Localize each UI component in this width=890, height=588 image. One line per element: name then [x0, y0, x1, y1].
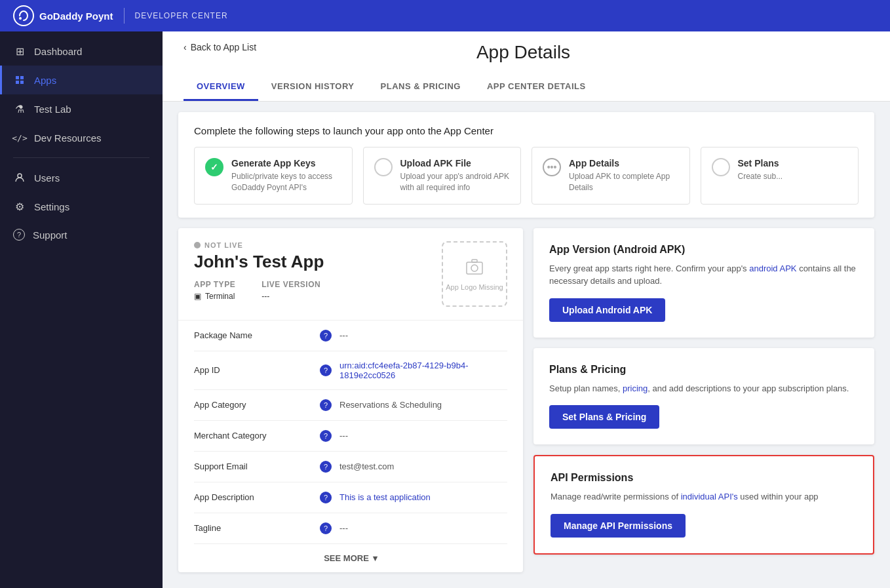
users-icon	[13, 171, 26, 184]
tagline-help-icon[interactable]: ?	[320, 522, 332, 534]
svg-point-2	[18, 174, 22, 178]
package-name-value: ---	[339, 330, 507, 340]
app-detail-panel: NOT LIVE John's Test App APP TYPE ▣ Term…	[178, 228, 523, 572]
app-logo-text: App Logo Missing	[446, 283, 503, 291]
step-generate-keys: ✓ Generate App Keys Public/private keys …	[194, 147, 353, 205]
back-chevron-icon: ‹	[184, 42, 187, 52]
sidebar-label-apps: Apps	[34, 75, 56, 86]
tab-app-center-details[interactable]: APP CENTER DETAILS	[474, 73, 599, 101]
tab-plans-pricing[interactable]: PLANS & PRICING	[368, 73, 474, 101]
dashboard-icon: ⊞	[13, 45, 26, 58]
step-3-name: App Details	[569, 158, 679, 168]
field-row-package-name: Package Name ? ---	[194, 321, 507, 351]
svg-rect-5	[472, 260, 477, 262]
step-2-content: Upload APK File Upload your app's androi…	[400, 158, 511, 193]
sidebar-label-dashboard: Dashboard	[34, 46, 82, 57]
nav-divider	[124, 8, 125, 24]
sidebar-item-testlab[interactable]: ⚗ Test Lab	[0, 94, 163, 123]
upload-android-apk-button[interactable]: Upload Android APK	[549, 298, 665, 322]
sidebar-label-settings: Settings	[34, 201, 69, 212]
sidebar-divider	[13, 157, 149, 158]
live-version-value: ---	[261, 292, 320, 301]
plans-card-desc: Setup plan names, pricing, and add descr…	[549, 382, 859, 395]
app-description-value: This is a test application	[339, 492, 507, 502]
svg-point-4	[471, 265, 478, 271]
steps-banner: Complete the following steps to launch y…	[178, 112, 874, 218]
step-upload-apk: Upload APK File Upload your app's androi…	[363, 147, 522, 205]
app-type-meta: APP TYPE ▣ Terminal	[194, 280, 235, 301]
app-meta: APP TYPE ▣ Terminal LIVE VERSION ---	[194, 280, 324, 301]
manage-api-permissions-button[interactable]: Manage API Permissions	[551, 514, 686, 538]
sidebar-item-users[interactable]: Users	[0, 163, 163, 192]
sidebar-item-support[interactable]: ? Support	[0, 221, 163, 248]
apk-card-desc: Every great app starts right here. Confi…	[549, 262, 859, 288]
status-dot-icon	[194, 242, 201, 248]
live-version-label: LIVE VERSION	[261, 280, 320, 289]
step-1-desc: Public/private keys to access GoDaddy Po…	[231, 171, 341, 193]
svg-point-0	[14, 6, 33, 26]
sidebar-label-users: Users	[34, 172, 60, 184]
tagline-value: ---	[339, 523, 507, 533]
apk-card-title: App Version (Android APK)	[549, 244, 859, 256]
steps-cards: ✓ Generate App Keys Public/private keys …	[194, 147, 859, 205]
plans-desc-link-pricing: pricing	[623, 383, 648, 393]
sidebar-item-settings[interactable]: ⚙ Settings	[0, 192, 163, 221]
merchant-category-help-icon[interactable]: ?	[320, 430, 332, 442]
step-3-content: App Details Upload APK to complete App D…	[569, 158, 679, 193]
sidebar-item-dashboard[interactable]: ⊞ Dashboard	[0, 37, 163, 66]
sidebar: ⊞ Dashboard Apps ⚗ Test Lab </> Dev Reso…	[0, 31, 163, 588]
step-inprogress-icon: •••	[543, 158, 561, 176]
sidebar-item-apps[interactable]: Apps	[0, 66, 163, 94]
api-permissions-title: API Permissions	[551, 472, 857, 484]
testlab-icon: ⚗	[13, 102, 26, 115]
step-2-desc: Upload your app's android APK with all r…	[400, 171, 511, 193]
apps-icon	[13, 73, 26, 87]
tabs-bar: OVERVIEW VERSION HISTORY PLANS & PRICING…	[184, 73, 869, 101]
field-row-merchant-category: Merchant Category ? ---	[194, 421, 507, 452]
svg-rect-3	[467, 262, 482, 274]
app-info: NOT LIVE John's Test App APP TYPE ▣ Term…	[194, 241, 324, 301]
brand-name: GoDaddy Poynt	[39, 10, 113, 22]
content-header: ‹ Back to App List App Details OVERVIEW …	[163, 31, 890, 102]
back-link-label: Back to App List	[191, 42, 256, 52]
app-id-help-icon[interactable]: ?	[320, 364, 332, 376]
step-set-plans: Set Plans Create sub...	[701, 147, 859, 205]
app-panel-header: NOT LIVE John's Test App APP TYPE ▣ Term…	[178, 228, 523, 321]
brand-logo: GoDaddy Poynt	[13, 5, 113, 26]
app-description-help-icon[interactable]: ?	[320, 492, 332, 503]
sidebar-item-devresources[interactable]: </> Dev Resources	[0, 123, 163, 152]
tagline-label: Tagline	[194, 523, 312, 533]
step-3-desc: Upload APK to complete App Details	[569, 171, 679, 193]
chevron-down-icon: ▾	[373, 553, 377, 563]
app-category-help-icon[interactable]: ?	[320, 399, 332, 411]
support-email-help-icon[interactable]: ?	[320, 461, 332, 473]
package-name-help-icon[interactable]: ?	[320, 330, 332, 342]
step-1-content: Generate App Keys Public/private keys to…	[231, 158, 341, 193]
steps-title: Complete the following steps to launch y…	[194, 125, 859, 136]
app-status-label: NOT LIVE	[204, 241, 243, 249]
tab-version-history[interactable]: VERSION HISTORY	[258, 73, 368, 101]
plans-card-title: Plans & Pricing	[549, 364, 859, 376]
api-permissions-desc: Manage read/write permissions of individ…	[551, 490, 857, 503]
page-title: App Details	[256, 42, 790, 63]
field-row-app-description: App Description ? This is a test applica…	[194, 482, 507, 513]
devresources-icon: </>	[13, 131, 26, 144]
field-row-app-id: App ID ? urn:aid:cfc4eefa-2b87-4129-b9b4…	[194, 351, 507, 390]
section-label: DEVELOPER CENTER	[135, 11, 228, 20]
app-type-value: ▣ Terminal	[194, 292, 235, 301]
top-nav: GoDaddy Poynt DEVELOPER CENTER	[0, 0, 890, 31]
api-desc-link: individual API's	[681, 492, 738, 501]
tab-overview[interactable]: OVERVIEW	[184, 73, 258, 101]
field-row-app-category: App Category ? Reservations & Scheduling	[194, 390, 507, 421]
see-more-label: SEE MORE	[324, 553, 369, 563]
app-description-label: App Description	[194, 492, 312, 502]
live-version-meta: LIVE VERSION ---	[261, 280, 320, 301]
back-link[interactable]: ‹ Back to App List	[184, 42, 256, 52]
see-more-button[interactable]: SEE MORE ▾	[178, 544, 523, 572]
plans-card: Plans & Pricing Setup plan names, pricin…	[533, 348, 874, 445]
set-plans-pricing-button[interactable]: Set Plans & Pricing	[549, 405, 659, 429]
app-category-value: Reservations & Scheduling	[339, 400, 507, 410]
settings-icon: ⚙	[13, 200, 26, 213]
step-1-name: Generate App Keys	[231, 158, 341, 168]
support-email-label: Support Email	[194, 461, 312, 471]
